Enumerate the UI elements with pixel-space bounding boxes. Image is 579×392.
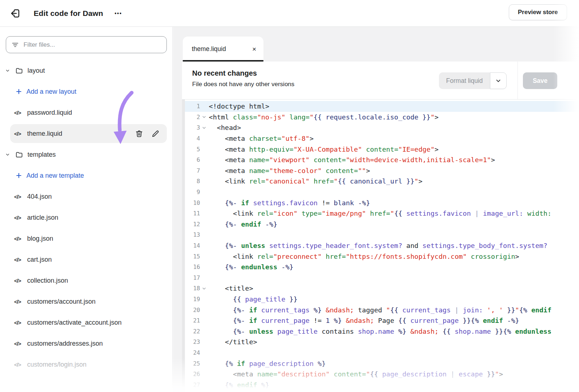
code-text: {%- unless settings.type_header_font.sys… xyxy=(209,242,548,249)
sidebar-item-blog-json[interactable]: </>blog.json xyxy=(0,228,173,249)
code-file-icon: </> xyxy=(14,278,21,284)
code-line[interactable]: 10 {%- if settings.favicon != blank -%} xyxy=(185,197,579,208)
sidebar-item-password-liquid[interactable]: </>password.liquid xyxy=(0,102,173,123)
code-file-icon: </> xyxy=(14,110,21,116)
code-line[interactable]: 13 xyxy=(185,229,579,240)
format-liquid-dropdown[interactable] xyxy=(490,72,507,89)
filter-files-box[interactable] xyxy=(6,36,167,53)
code-line[interactable]: 9 xyxy=(185,187,579,198)
code-line[interactable]: 20 {%- if current_tags %} &ndash; tagged… xyxy=(185,304,579,315)
sidebar-item-404-json[interactable]: </>404.json xyxy=(0,186,173,207)
code-line[interactable]: 2<html class="no-js" lang="{{ request.lo… xyxy=(185,112,579,123)
code-line[interactable]: 17 xyxy=(185,273,579,283)
file-label: cart.json xyxy=(27,256,52,264)
sidebar-item-customers-addresses-json[interactable]: </>customers/addresses.json xyxy=(0,333,173,354)
file-label: customers/addresses.json xyxy=(27,340,103,347)
preview-store-button[interactable]: Preview store xyxy=(509,4,567,20)
trash-icon[interactable] xyxy=(135,130,143,138)
ellipsis-icon: ••• xyxy=(115,10,122,16)
sidebar-item-customers-activate-account-json[interactable]: </>customers/activate_account.json xyxy=(0,312,173,333)
tab-close-icon[interactable]: × xyxy=(252,46,256,52)
line-number: 20 xyxy=(185,307,200,313)
code-line[interactable]: 18 <title> xyxy=(185,283,579,294)
code-line[interactable]: 24 xyxy=(185,347,579,358)
fold-chevron-icon[interactable] xyxy=(200,126,208,130)
code-text: {% if page_description %} xyxy=(209,360,326,367)
code-line[interactable]: 23 </title> xyxy=(185,337,579,347)
chevron-down-icon[interactable] xyxy=(4,68,11,73)
chevron-down-icon xyxy=(495,77,502,84)
code-line[interactable]: 3 <head> xyxy=(185,122,579,133)
no-recent-changes-heading: No recent changes xyxy=(192,69,295,77)
filter-files-input[interactable] xyxy=(24,41,161,49)
sidebar-item-layout[interactable]: layout xyxy=(0,60,173,81)
code-line[interactable]: 21 {%- if current_page != 1 %} &ndash; P… xyxy=(185,315,579,326)
format-liquid-button[interactable]: Format liquid xyxy=(439,72,490,89)
exit-icon xyxy=(10,8,21,19)
more-actions-button[interactable]: ••• xyxy=(110,8,126,19)
code-text: {%- unless page_title contains shop.name… xyxy=(209,328,551,335)
code-line[interactable]: 11 <link rel="icon" type="image/png" hre… xyxy=(185,208,579,219)
file-label: 404.json xyxy=(27,193,52,201)
sidebar-item-add-a-new-layout[interactable]: Add a new layout xyxy=(0,81,173,102)
code-line[interactable]: 14 {%- unless settings.type_header_font.… xyxy=(185,240,579,251)
sidebar-item-theme-liquid[interactable]: </>theme.liquid xyxy=(0,123,173,144)
save-button[interactable]: Save xyxy=(523,72,557,89)
add-link-label: Add a new template xyxy=(26,172,84,180)
code-line[interactable]: 19 {{ page_title }} xyxy=(185,294,579,305)
code-line[interactable]: 5 <meta http-equiv="X-UA-Compatible" con… xyxy=(185,144,579,155)
sidebar-item-customers-account-json[interactable]: </>customers/account.json xyxy=(0,291,173,312)
line-number: 18 xyxy=(185,285,200,292)
line-number: 15 xyxy=(185,253,200,260)
code-line[interactable]: 15 <link rel="preconnect" href="https://… xyxy=(185,251,579,262)
code-text: <html class="no-js" lang="{{ request.loc… xyxy=(209,113,439,121)
code-text: {%- endunless -%} xyxy=(209,263,293,271)
fold-chevron-icon[interactable] xyxy=(200,115,208,119)
page-title: Edit code for Dawn xyxy=(34,0,103,27)
code-line[interactable]: 1<!doctype html> xyxy=(185,101,579,112)
fold-chevron-icon[interactable] xyxy=(200,286,208,291)
folder-icon xyxy=(15,151,23,159)
code-file-icon: </> xyxy=(14,341,21,347)
chevron-down-icon[interactable] xyxy=(4,152,11,157)
code-line[interactable]: 26 <meta name="description" content="{{ … xyxy=(185,369,579,380)
code-line[interactable]: 7 <meta name="theme-color" content=""> xyxy=(185,165,579,176)
code-line[interactable]: 4 <meta charset="utf-8"> xyxy=(185,133,579,144)
code-editor[interactable]: 1<!doctype html>2<html class="no-js" lan… xyxy=(182,100,579,392)
code-line[interactable]: 6 <meta name="viewport" content="width=d… xyxy=(185,155,579,165)
exit-editor-button[interactable] xyxy=(8,6,22,21)
sidebar-item-article-json[interactable]: </>article.json xyxy=(0,207,173,228)
tab-theme-liquid[interactable]: theme.liquid × xyxy=(183,37,263,62)
line-number: 10 xyxy=(185,199,200,206)
code-file-icon: </> xyxy=(14,362,21,368)
code-text: <meta name="viewport" content="width=dev… xyxy=(209,156,495,164)
code-text: <link rel="canonical" href="{{ canonical… xyxy=(209,177,422,185)
sidebar-item-cart-json[interactable]: </>cart.json xyxy=(0,249,173,270)
line-number: 11 xyxy=(185,210,200,217)
sidebar-item-collection-json[interactable]: </>collection.json xyxy=(0,270,173,291)
code-line[interactable]: 27 {% endif %} xyxy=(185,379,579,390)
code-text: {%- if settings.favicon != blank -%} xyxy=(209,199,370,207)
sidebar-item-add-a-new-template[interactable]: Add a new template xyxy=(0,165,173,186)
code-lines: 1<!doctype html>2<html class="no-js" lan… xyxy=(185,101,579,390)
code-line[interactable]: 16 {%- endunless -%} xyxy=(185,262,579,273)
version-subtext: File does not have any other versions xyxy=(192,81,295,88)
line-number: 16 xyxy=(185,264,200,270)
file-label: theme.liquid xyxy=(27,130,62,138)
line-number: 1 xyxy=(185,103,200,110)
editor-left-strip xyxy=(182,100,185,392)
pencil-icon[interactable] xyxy=(151,130,160,138)
code-line[interactable]: 8 <link rel="canonical" href="{{ canonic… xyxy=(185,176,579,187)
code-line[interactable]: 22 {%- unless page_title contains shop.n… xyxy=(185,326,579,337)
folder-icon xyxy=(15,67,23,75)
file-label: customers/account.json xyxy=(27,298,96,305)
code-text: <!doctype html> xyxy=(209,102,269,110)
sidebar-item-customers-login-json[interactable]: </>customers/login.json xyxy=(0,354,173,375)
code-text: {%- if current_tags %} &ndash; tagged "{… xyxy=(209,306,551,314)
code-line[interactable]: 12 {%- endif -%} xyxy=(185,219,579,230)
sidebar-item-templates[interactable]: templates xyxy=(0,144,173,165)
code-file-icon: </> xyxy=(14,194,21,200)
line-number: 25 xyxy=(185,360,200,367)
code-line[interactable]: 25 {% if page_description %} xyxy=(185,358,579,369)
folder-label: layout xyxy=(28,67,45,75)
